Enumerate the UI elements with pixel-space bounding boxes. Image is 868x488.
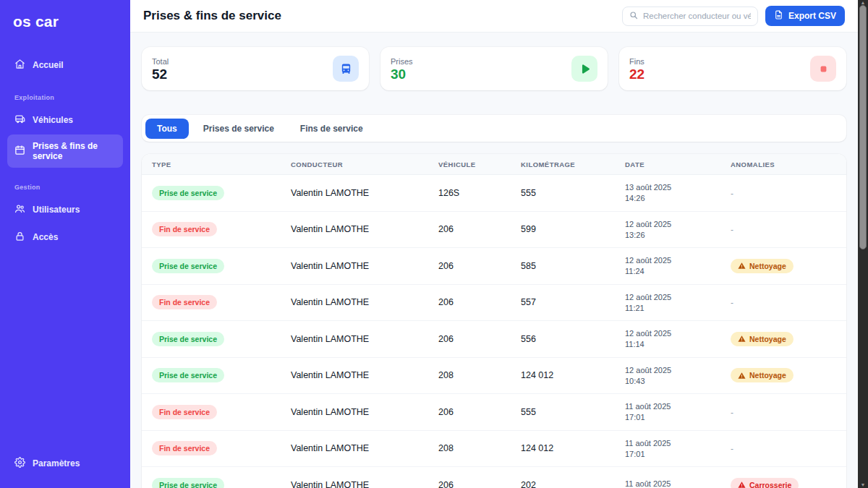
export-csv-button[interactable]: Export CSV <box>765 6 845 26</box>
kilometrage-cell: 585 <box>511 261 615 271</box>
time-text: 13:26 <box>625 231 710 239</box>
table-row[interactable]: Prise de service Valentin LAMOTHE 206 55… <box>142 321 846 358</box>
home-icon <box>14 59 25 72</box>
window-scrollbar[interactable]: ▲ ▼ <box>858 0 868 488</box>
anomalies-cell: Nettoyage <box>720 259 846 273</box>
scrollbar-thumb[interactable] <box>859 5 867 249</box>
search-box[interactable] <box>622 7 758 26</box>
export-csv-label: Export CSV <box>788 11 836 21</box>
sidebar-item-acces[interactable]: Accès <box>7 224 123 250</box>
warning-triangle-icon <box>738 481 746 488</box>
kilometrage-cell: 202 <box>511 480 615 488</box>
date-text: 11 août 2025 <box>625 439 710 448</box>
conducteur-cell: Valentin LAMOTHE <box>281 443 428 453</box>
table-row[interactable]: Fin de service Valentin LAMOTHE 208 124 … <box>142 431 846 468</box>
column-header-conducteur: Conducteur <box>281 160 428 168</box>
type-badge: Fin de service <box>152 222 217 236</box>
table-body: Prise de service Valentin LAMOTHE 126S 5… <box>142 175 846 488</box>
date-text: 13 août 2025 <box>625 183 710 192</box>
anomaly-label: Nettoyage <box>749 371 786 380</box>
sidebar-item-label: Accès <box>33 232 58 242</box>
kilometrage-cell: 124 012 <box>511 443 615 453</box>
sidebar-item-label: Véhicules <box>33 115 73 125</box>
time-text: 14:26 <box>625 194 710 202</box>
time-text: 11:14 <box>625 340 710 348</box>
anomalies-cell: Carrosserie <box>720 478 846 488</box>
table-row[interactable]: Prise de service Valentin LAMOTHE 206 58… <box>142 248 846 285</box>
stat-card-fins: Fins 22 <box>619 47 846 90</box>
main-area: Prises & fins de service Export CSV Tota… <box>130 0 858 488</box>
sidebar-item-label: Utilisateurs <box>33 205 80 215</box>
sidebar-nav: Accueil Exploitation Véhicules Prises & … <box>7 52 123 252</box>
sidebar-item-label: Prises & fins de service <box>33 141 116 161</box>
stat-value: 22 <box>629 67 644 81</box>
date-cell: 11 août 2025 17:01 <box>615 439 720 458</box>
tab-tous[interactable]: Tous <box>145 119 189 139</box>
table-row[interactable]: Fin de service Valentin LAMOTHE 206 557 … <box>142 285 846 322</box>
sidebar-item-parametres[interactable]: Paramètres <box>7 450 123 476</box>
date-text: 12 août 2025 <box>625 329 710 338</box>
search-input[interactable] <box>643 12 751 20</box>
users-icon <box>14 203 25 216</box>
column-header-type: Type <box>142 160 281 168</box>
table-row[interactable]: Fin de service Valentin LAMOTHE 206 599 … <box>142 212 846 249</box>
bus-icon <box>14 114 25 127</box>
type-cell: Fin de service <box>142 222 281 236</box>
type-cell: Fin de service <box>142 441 281 455</box>
table-row[interactable]: Prise de service Valentin LAMOTHE 126S 5… <box>142 175 846 212</box>
anomalies-cell: - <box>720 223 846 236</box>
anomalies-cell: - <box>720 296 846 309</box>
sidebar-section-exploitation: Exploitation <box>7 94 123 101</box>
csv-file-icon <box>774 10 783 22</box>
conducteur-cell: Valentin LAMOTHE <box>281 480 428 488</box>
anomaly-badge: Nettoyage <box>731 368 793 382</box>
sidebar-item-utilisateurs[interactable]: Utilisateurs <box>7 197 123 223</box>
conducteur-cell: Valentin LAMOTHE <box>281 261 428 271</box>
service-table: Type Conducteur Véhicule Kilométrage Dat… <box>142 154 846 488</box>
table-row[interactable]: Prise de service Valentin LAMOTHE 206 20… <box>142 467 846 488</box>
vehicule-cell: 208 <box>428 370 511 380</box>
type-badge: Fin de service <box>152 405 217 419</box>
warning-triangle-icon <box>738 372 746 380</box>
table-row[interactable]: Prise de service Valentin LAMOTHE 208 12… <box>142 358 846 395</box>
gear-icon <box>14 457 25 470</box>
date-cell: 12 août 2025 11:14 <box>615 329 720 348</box>
conducteur-cell: Valentin LAMOTHE <box>281 188 428 198</box>
sidebar-item-accueil[interactable]: Accueil <box>7 52 123 78</box>
conducteur-cell: Valentin LAMOTHE <box>281 407 428 417</box>
time-text: 11:24 <box>625 267 710 275</box>
conducteur-cell: Valentin LAMOTHE <box>281 334 428 344</box>
table-header-row: Type Conducteur Véhicule Kilométrage Dat… <box>142 154 846 175</box>
warning-triangle-icon <box>738 262 746 270</box>
vehicule-cell: 206 <box>428 334 511 344</box>
date-text: 12 août 2025 <box>625 256 710 265</box>
anomaly-badge: Nettoyage <box>731 332 793 346</box>
search-icon <box>629 9 638 22</box>
tab-prises-de-service[interactable]: Prises de service <box>192 119 286 139</box>
kilometrage-cell: 555 <box>511 407 615 417</box>
scrollbar-down-arrow[interactable]: ▼ <box>858 482 868 488</box>
stats-row: Total 52 Prises 30 Fins 22 <box>142 47 846 90</box>
vehicule-cell: 206 <box>428 407 511 417</box>
table-row[interactable]: Fin de service Valentin LAMOTHE 206 555 … <box>142 394 846 431</box>
conducteur-cell: Valentin LAMOTHE <box>281 297 428 307</box>
vehicule-cell: 126S <box>428 188 511 198</box>
anomaly-label: Carrosserie <box>749 481 791 488</box>
bus-icon <box>333 56 359 82</box>
date-cell: 12 août 2025 13:26 <box>615 220 720 239</box>
vehicule-cell: 208 <box>428 443 511 453</box>
tab-fins-de-service[interactable]: Fins de service <box>289 119 375 139</box>
date-text: 12 août 2025 <box>625 293 710 301</box>
no-anomaly-dash: - <box>731 444 733 454</box>
type-cell: Prise de service <box>142 368 281 382</box>
type-badge: Fin de service <box>152 441 217 455</box>
sidebar-item-vehicules[interactable]: Véhicules <box>7 107 123 133</box>
type-cell: Fin de service <box>142 295 281 309</box>
column-header-anomalies: Anomalies <box>720 160 846 168</box>
vehicule-cell: 206 <box>428 480 511 488</box>
sidebar-item-prises-fins[interactable]: Prises & fins de service <box>7 134 123 168</box>
kilometrage-cell: 556 <box>511 334 615 344</box>
anomalies-cell: - <box>720 187 846 200</box>
column-header-kilometrage: Kilométrage <box>511 160 615 168</box>
stat-label: Fins <box>629 57 644 66</box>
